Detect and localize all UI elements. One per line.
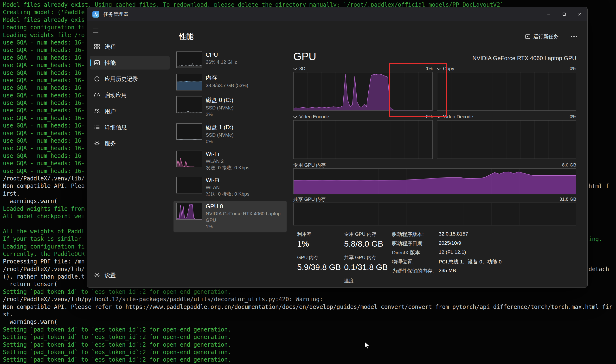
terminal-line: Non compatible API. Please refer to http… [3,303,616,311]
detail-label: 物理位置: [392,258,437,265]
task-manager-app-icon [92,11,99,18]
shared-memory-label: 共享 GPU 内存 [293,196,326,203]
settings-gear-icon [94,272,100,279]
sidebar-item-users[interactable]: 用户 [90,104,170,118]
hamburger-icon [93,28,98,28]
stat-value: 5.9/39.8 GB [297,262,344,272]
disk1-thumbnail-chart [176,123,202,140]
app-history-icon [94,76,100,82]
gpu-video-decode-chart [437,120,576,159]
minimize-button[interactable] [541,7,557,21]
perf-list-item-wifi-wlan[interactable]: Wi-Fi WLAN 发送: 0 接收: 0 Kbps [173,174,287,200]
perf-item-sub: 发送: 0 接收: 0 Kbps [206,191,249,197]
stat-value: 47 °C [344,286,392,288]
navigation-menu-button[interactable] [90,25,102,36]
gpu-stats: 利用率 1% GPU 内存 5.9/39.8 GB 专用 GPU 内存 5.8/… [293,231,576,288]
perf-list-item-disk1[interactable]: 磁盘 1 (D:) SSD (NVMe) 0% [173,121,287,147]
perf-item-sub: 2% [206,111,234,118]
content-header: 性能 运行新任务 [179,32,579,41]
detail-value: 32.0.15.8157 [439,231,576,238]
more-options-button[interactable] [569,33,579,40]
perf-item-title: CPU [206,52,237,58]
maximize-icon [562,12,566,16]
terminal-line: Setting `pad_token_id` to `eos_token_id`… [3,356,616,364]
chevron-down-icon[interactable] [437,114,441,118]
content-area: 性能 运行新任务 CPU [172,21,587,287]
close-button[interactable] [572,7,587,21]
shared-gpu-memory-chart [293,203,576,225]
dedicated-gpu-memory-chart [293,169,576,195]
perf-item-sub: 26% 4.12 GHz [206,59,237,65]
perf-item-title: 磁盘 1 (D:) [206,123,234,131]
perf-list-item-wifi-wlan2[interactable]: Wi-Fi WLAN 2 发送: 0 接收: 0 Kbps [173,148,287,173]
gpu-copy-chart [437,72,576,111]
disk0-thumbnail-chart [176,96,202,113]
shared-memory-max: 31.8 GB [559,196,576,202]
sidebar-item-processes[interactable]: 进程 [90,40,170,53]
run-new-task-label: 运行新任务 [534,33,559,40]
perf-item-sub: WLAN 2 [206,158,249,165]
detail-value: 235 MB [439,268,576,274]
detail-label: 驱动程序版本: [392,231,437,238]
sidebar-item-label: 设置 [105,272,116,279]
engine-select-copy[interactable]: Copy [443,66,454,71]
gpu-driver-details: 驱动程序版本:32.0.15.8157 驱动程序日期:2025/10/9 Dir… [392,231,576,288]
sidebar-item-details[interactable]: 详细信息 [90,120,170,134]
gpu-panel-title: GPU [293,51,316,63]
terminal-line: Setting `pad_token_id` to `eos_token_id`… [3,349,616,356]
sidebar-item-startup-apps[interactable]: 启动应用 [90,88,170,102]
engine-select-3d[interactable]: 3D [299,66,306,71]
engine-select-video-encode[interactable]: Video Encode [299,114,329,119]
cpu-thumbnail-chart [176,52,202,68]
chevron-down-icon[interactable] [437,66,441,70]
performance-metric-list: CPU 26% 4.12 GHz 内存 33.8/63.7 GB (53%) 磁… [173,49,287,233]
processes-icon [94,43,100,50]
sidebar-item-app-history[interactable]: 应用历史记录 [90,72,170,86]
sidebar-item-performance[interactable]: 性能 [90,56,170,69]
sidebar-item-services[interactable]: 服务 [90,137,170,150]
perf-item-sub: 0% [206,138,234,145]
terminal-line: Setting `pad_token_id` to `eos_token_id`… [3,326,616,333]
terminal-line: /root/PaddleX/.venv/lib/python3.12/site-… [3,296,616,303]
chevron-down-icon[interactable] [293,66,297,70]
perf-list-item-memory[interactable]: 内存 33.8/63.7 GB (53%) [173,71,287,93]
memory-thumbnail-chart [176,74,202,91]
sidebar-spacer [90,153,170,269]
task-manager-window: 任务管理器 [87,7,588,288]
perf-item-sub: SSD (NVMe) [206,132,234,138]
detail-label: DirectX 版本: [392,249,437,256]
detail-label: 驱动程序日期: [392,240,437,247]
engine-select-video-decode[interactable]: Video Decode [443,114,473,119]
detail-label: 为硬件保留的内存: [392,268,437,274]
perf-list-item-cpu[interactable]: CPU 26% 4.12 GHz [173,49,287,70]
stat-value: 5.8/8.0 GB [344,239,392,248]
perf-list-item-disk0[interactable]: 磁盘 0 (C:) SSD (NVMe) 2% [173,94,287,120]
window-title: 任务管理器 [103,11,129,18]
stat-label: 共享 GPU 内存 [344,254,392,261]
perf-item-title: GPU 0 [206,203,284,210]
details-icon [94,124,100,131]
chevron-down-icon[interactable] [293,114,297,118]
sidebar-item-label: 性能 [105,59,116,67]
sidebar-item-label: 服务 [105,140,116,147]
wifi-thumbnail-chart [176,151,202,167]
terminal-line-fragment: ing. [589,235,602,243]
detail-value: 12 (FL 12.1) [439,249,576,256]
perf-list-item-gpu0[interactable]: GPU 0 NVIDIA GeForce RTX 4060 Laptop GPU… [173,201,287,232]
perf-item-sub: 发送: 0 接收: 0 Kbps [206,165,249,171]
services-icon [94,140,100,147]
maximize-button[interactable] [557,7,572,21]
detail-value: PCI 总线 1、设备 0、功能 0 [439,258,576,265]
terminal-line: st. [3,311,616,318]
terminal-line: Setting `pad_token_id` to `eos_token_id`… [3,341,616,349]
terminal-line-fragment: html f [589,182,609,190]
terminal-line: Setting `pad_token_id` to `eos_token_id`… [3,333,616,341]
sidebar: 进程 性能 应用历史记录 [87,21,172,287]
run-new-task-button[interactable]: 运行新任务 [522,31,561,42]
gpu-video-encode-chart [293,120,433,159]
title-bar[interactable]: 任务管理器 [87,7,587,21]
stat-label: 利用率 [297,231,344,237]
engine-value: 0% [426,114,433,119]
sidebar-item-settings[interactable]: 设置 [90,269,170,282]
terminal-line-fragment: detach [589,266,609,273]
